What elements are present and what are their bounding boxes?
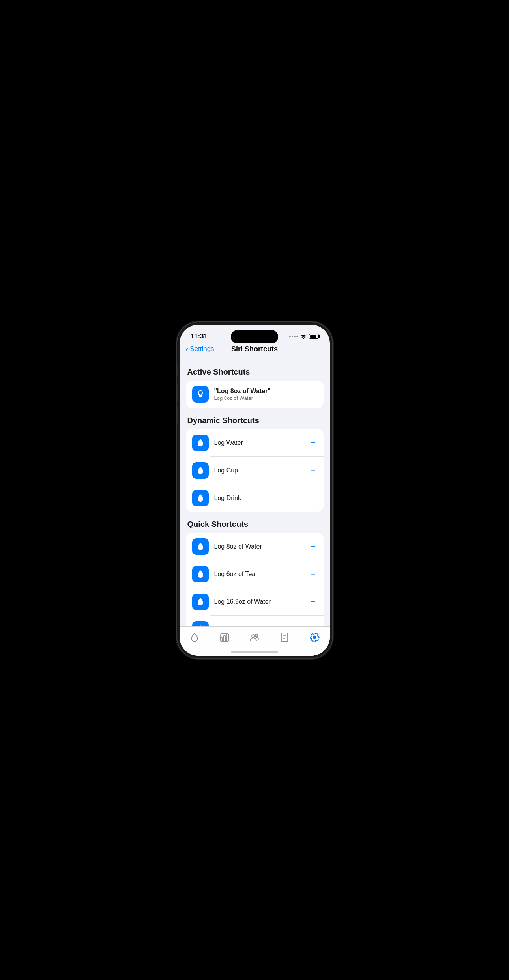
dynamic-shortcut-title-1: Log Cup bbox=[214, 467, 303, 474]
active-shortcut-item-0[interactable]: "Log 8oz of Water" Log 8oz of Water bbox=[186, 381, 324, 408]
content-scroll[interactable]: Active Shortcuts "Log 8oz of Water" Log … bbox=[180, 358, 330, 626]
quick-shortcut-add-2[interactable]: + bbox=[309, 596, 317, 608]
quick-shortcut-title-0: Log 8oz of Water bbox=[214, 543, 303, 550]
quick-shortcut-icon-3 bbox=[192, 621, 209, 626]
dynamic-shortcut-item-1[interactable]: Log Cup + bbox=[186, 457, 324, 484]
quick-shortcut-icon-1 bbox=[192, 566, 209, 582]
quick-shortcut-add-1[interactable]: + bbox=[309, 568, 317, 580]
silent-switch bbox=[177, 365, 178, 376]
quick-shortcut-text-2: Log 16.9oz of Water bbox=[214, 598, 303, 605]
back-label: Settings bbox=[190, 345, 214, 353]
tab-social[interactable] bbox=[243, 631, 266, 644]
phone-frame: 11:31 ‹ bbox=[177, 322, 332, 658]
quick-shortcut-title-2: Log 16.9oz of Water bbox=[214, 598, 303, 605]
dynamic-shortcut-icon-2 bbox=[192, 490, 209, 506]
status-icons bbox=[289, 334, 319, 339]
dynamic-shortcut-item-0[interactable]: Log Water + bbox=[186, 429, 324, 457]
tab-water[interactable] bbox=[183, 631, 206, 644]
back-chevron-icon: ‹ bbox=[186, 345, 189, 354]
quick-shortcut-item-0[interactable]: Log 8oz of Water + bbox=[186, 533, 324, 560]
svg-rect-2 bbox=[223, 636, 225, 641]
quick-shortcut-item-3[interactable]: Log 14oz of Smoothie + bbox=[186, 616, 324, 626]
quick-shortcuts-card: Log 8oz of Water + Log 6oz of Tea + bbox=[186, 533, 324, 626]
back-button[interactable]: ‹ Settings bbox=[186, 345, 214, 354]
quick-shortcut-item-2[interactable]: Log 16.9oz of Water + bbox=[186, 588, 324, 616]
tab-journal[interactable] bbox=[273, 631, 296, 644]
quick-shortcuts-header: Quick Shortcuts bbox=[187, 520, 322, 529]
dynamic-shortcuts-card: Log Water + Log Cup + bbox=[186, 429, 324, 512]
quick-shortcut-add-0[interactable]: + bbox=[309, 541, 317, 553]
active-shortcut-text-0: "Log 8oz of Water" Log 8oz of Water bbox=[214, 388, 317, 401]
dynamic-shortcut-icon-1 bbox=[192, 462, 209, 479]
active-shortcut-subtitle-0: Log 8oz of Water bbox=[214, 395, 317, 401]
tab-stats[interactable] bbox=[213, 631, 236, 644]
active-shortcuts-card: "Log 8oz of Water" Log 8oz of Water bbox=[186, 381, 324, 408]
dynamic-shortcut-text-1: Log Cup bbox=[214, 467, 303, 474]
status-time: 11:31 bbox=[191, 332, 208, 340]
phone-screen: 11:31 ‹ bbox=[180, 325, 330, 656]
quick-shortcut-title-1: Log 6oz of Tea bbox=[214, 571, 303, 578]
active-shortcut-quote-0: "Log 8oz of Water" bbox=[214, 388, 317, 395]
page-title: Siri Shortcuts bbox=[231, 345, 278, 353]
dynamic-shortcut-add-2[interactable]: + bbox=[309, 492, 317, 504]
dynamic-shortcut-item-2[interactable]: Log Drink + bbox=[186, 484, 324, 512]
svg-point-5 bbox=[252, 635, 255, 638]
active-shortcuts-header: Active Shortcuts bbox=[187, 368, 322, 377]
quick-shortcut-text-1: Log 6oz of Tea bbox=[214, 571, 303, 578]
dynamic-shortcut-add-0[interactable]: + bbox=[309, 437, 317, 449]
dynamic-shortcut-text-2: Log Drink bbox=[214, 495, 303, 502]
svg-point-0 bbox=[199, 391, 202, 395]
svg-rect-4 bbox=[221, 633, 228, 641]
quick-shortcut-item-1[interactable]: Log 6oz of Tea + bbox=[186, 560, 324, 588]
quick-shortcut-icon-2 bbox=[192, 594, 209, 610]
volume-up-button bbox=[177, 385, 178, 402]
quick-shortcut-text-0: Log 8oz of Water bbox=[214, 543, 303, 550]
dynamic-shortcut-title-0: Log Water bbox=[214, 439, 303, 446]
dynamic-shortcut-text-0: Log Water bbox=[214, 439, 303, 446]
tab-settings[interactable] bbox=[303, 631, 326, 644]
svg-point-6 bbox=[255, 634, 258, 637]
dynamic-shortcut-title-2: Log Drink bbox=[214, 495, 303, 502]
quick-shortcut-add-3[interactable]: + bbox=[309, 623, 317, 626]
svg-rect-7 bbox=[281, 633, 288, 642]
battery-icon bbox=[309, 334, 319, 339]
nav-header: ‹ Settings Siri Shortcuts bbox=[180, 343, 330, 358]
home-indicator bbox=[231, 651, 278, 653]
signal-icon bbox=[289, 336, 298, 337]
quick-shortcut-text-3: Log 14oz of Smoothie bbox=[214, 626, 303, 626]
dynamic-shortcut-add-1[interactable]: + bbox=[309, 465, 317, 476]
dynamic-shortcuts-header: Dynamic Shortcuts bbox=[187, 416, 322, 425]
wifi-icon bbox=[300, 334, 307, 339]
quick-shortcut-icon-0 bbox=[192, 538, 209, 555]
power-button bbox=[332, 395, 332, 424]
dynamic-island bbox=[231, 330, 278, 343]
volume-down-button bbox=[177, 407, 178, 423]
quick-shortcut-title-3: Log 14oz of Smoothie bbox=[214, 626, 303, 626]
dynamic-shortcut-icon-0 bbox=[192, 435, 209, 451]
shortcut-icon-0 bbox=[192, 386, 209, 403]
